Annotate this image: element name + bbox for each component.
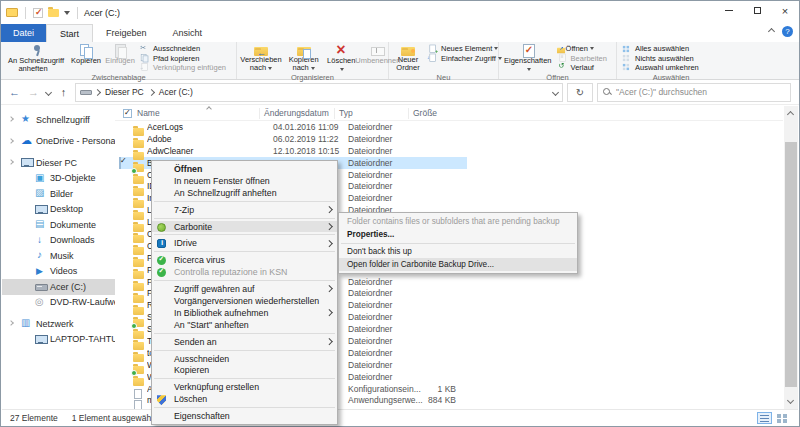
context-menu-item[interactable]: Zugriff gewähren auf <box>152 283 337 295</box>
ribbon-button[interactable]: Löschen <box>324 43 358 72</box>
context-menu-item[interactable]: Kopieren <box>152 364 337 376</box>
sidebar-item[interactable]: Netzwerk <box>2 316 115 332</box>
sidebar-item[interactable]: Dokumente <box>2 217 115 233</box>
column-header-name[interactable]: Name <box>133 108 259 119</box>
maximize-button[interactable] <box>743 1 771 20</box>
collapse-ribbon-icon[interactable] <box>768 28 775 35</box>
scroll-down-icon[interactable] <box>787 397 794 404</box>
file-row[interactable]: AcerLogs 04.01.2016 11:09 Dateiordner <box>119 121 467 133</box>
sidebar-item[interactable]: Musik <box>2 248 115 264</box>
tab-ansicht[interactable]: Ansicht <box>160 24 216 42</box>
sidebar-item[interactable]: Downloads <box>2 233 115 249</box>
tab-datei[interactable]: Datei <box>1 24 46 42</box>
sidebar-item[interactable]: OneDrive - Personal <box>2 134 115 150</box>
expander-chevron-icon[interactable] <box>8 138 14 144</box>
context-menu-item[interactable]: In Bibliothek aufnehmen <box>152 307 337 319</box>
submenu-item[interactable]: Properties... <box>339 228 577 241</box>
ribbon-button[interactable]: Einfügen <box>103 43 137 72</box>
ribbon-button[interactable]: Verschieben nach <box>239 43 283 72</box>
submenu-item[interactable]: Folder contains files or subfolders that… <box>339 215 577 228</box>
ribbon-button[interactable]: Kopieren <box>69 43 103 72</box>
submenu-item[interactable]: Open folder in Carbonite Backup Drive... <box>339 258 577 271</box>
sidebar-item[interactable]: Schnellzugriff <box>2 112 115 128</box>
submenu-item[interactable]: Don't back this up <box>339 246 577 259</box>
context-menu-item[interactable]: Eigenschaften <box>152 410 337 422</box>
refresh-button[interactable]: ↻ <box>567 83 593 102</box>
ribbon-button[interactable]: Ausschneiden <box>137 44 234 53</box>
context-menu-item[interactable]: An Schnellzugriff anheften <box>152 187 337 199</box>
breadcrumb-segment[interactable]: Dieser PC <box>103 87 146 97</box>
details-view-icon[interactable] <box>757 412 772 424</box>
context-menu-item[interactable]: Vorgängerversionen wiederherstellen <box>152 295 337 307</box>
context-menu-item[interactable]: 7-Zip <box>152 204 337 216</box>
ribbon-button[interactable]: Eigenschaften <box>501 43 555 72</box>
ribbon-button[interactable]: Nichts auswählen <box>619 53 707 62</box>
breadcrumb-segment[interactable]: Acer (C:) <box>157 87 195 97</box>
ribbon-button[interactable]: Verknüpfung einfügen <box>137 63 234 72</box>
ribbon-button[interactable]: Neuer Ordner <box>391 43 425 72</box>
forward-arrow-icon[interactable]: → <box>26 86 41 98</box>
breadcrumb[interactable]: Dieser PC Acer (C:) <box>75 83 563 102</box>
select-all-checkbox[interactable] <box>119 108 133 119</box>
column-header-size[interactable]: Größe <box>408 108 442 119</box>
close-button[interactable]: × <box>771 1 799 20</box>
ribbon-button[interactable]: Einfacher Zugriff <box>425 53 504 62</box>
context-menu-item[interactable]: Verknüpfung erstellen <box>152 381 337 393</box>
context-menu-item[interactable]: Löschen <box>152 393 337 405</box>
search-input[interactable] <box>616 87 785 97</box>
sidebar-item[interactable]: Dieser PC <box>2 155 115 171</box>
refresh-icon: ↻ <box>576 87 584 98</box>
history-dropdown-icon[interactable] <box>45 88 52 95</box>
context-menu-item[interactable]: An "Start" anheften <box>152 319 337 331</box>
folder-icon[interactable] <box>48 9 59 17</box>
expander-chevron-icon[interactable] <box>8 320 14 326</box>
checkmark-icon[interactable] <box>33 8 43 18</box>
context-menu-item[interactable]: Öffnen <box>152 163 337 175</box>
sidebar-item[interactable]: Acer (C:) <box>2 279 115 295</box>
back-arrow-icon[interactable]: ← <box>7 86 22 98</box>
column-header-date[interactable]: Änderungsdatum <box>259 108 334 119</box>
minimize-button[interactable] <box>715 1 743 20</box>
context-menu-item[interactable]: In neuem Fenster öffnen <box>152 175 337 187</box>
context-menu-item[interactable]: Ausschneiden <box>152 353 337 365</box>
sidebar-item[interactable]: LAPTOP-TAHTU3OE <box>2 332 115 348</box>
context-menu-item[interactable]: Carbonite <box>152 221 337 233</box>
column-header-type[interactable]: Typ <box>334 108 408 119</box>
context-menu-item[interactable]: IDrive <box>152 237 337 249</box>
column-headers: Name Änderungsdatum Typ Größe <box>115 106 783 121</box>
file-row[interactable]: AdwCleaner 12.10.2018 10:15 Dateiordner <box>119 145 467 157</box>
vertical-scrollbar[interactable] <box>784 106 798 409</box>
sidebar-item[interactable]: Videos <box>2 264 115 280</box>
context-menu-item[interactable]: Ricerca virus <box>152 254 337 266</box>
scroll-up-icon[interactable] <box>787 111 794 118</box>
help-button[interactable]: ? <box>782 26 793 37</box>
ribbon-icon <box>427 54 438 63</box>
sidebar-item[interactable]: DVD-RW-Laufwerk ( <box>2 295 115 311</box>
row-checkbox[interactable] <box>119 157 121 169</box>
ribbon-button[interactable]: Verlauf <box>555 63 615 72</box>
customize-dropdown-icon[interactable] <box>64 11 70 15</box>
tab-start[interactable]: Start <box>46 24 93 42</box>
ribbon-button[interactable]: Alles auswählen <box>619 44 707 53</box>
menu-item-label: Properties... <box>347 230 394 239</box>
sidebar-item[interactable]: Desktop <box>2 202 115 218</box>
ribbon-button[interactable]: Öffnen <box>555 44 615 53</box>
sidebar-item[interactable]: Bilder <box>2 186 115 202</box>
ribbon-button[interactable]: An Schnellzugriff anheften <box>3 43 69 72</box>
sidebar-item[interactable]: 3D-Objekte <box>2 171 115 187</box>
up-arrow-icon[interactable]: ↑ <box>56 86 71 98</box>
context-menu-item[interactable]: Controlla reputazione in KSN <box>152 266 337 278</box>
expander-chevron-icon[interactable] <box>8 116 14 122</box>
context-menu-item[interactable]: Senden an <box>152 336 337 348</box>
large-icons-view-icon[interactable] <box>775 412 790 424</box>
ribbon-button[interactable]: Pfad kopieren <box>137 53 234 62</box>
sidebar-item-label: Acer (C:) <box>50 282 86 292</box>
file-row[interactable]: Adobe 06.02.2019 11:22 Dateiordner <box>119 133 467 145</box>
scrollbar-thumb[interactable] <box>785 142 797 387</box>
address-dropdown-icon[interactable] <box>552 88 559 95</box>
expander-chevron-icon[interactable] <box>8 159 14 165</box>
ribbon-button[interactable]: Auswahl umkehren <box>619 63 707 72</box>
tab-freigeben[interactable]: Freigeben <box>93 24 160 42</box>
ribbon-button[interactable]: Kopieren nach <box>283 43 324 72</box>
ribbon-button[interactable]: Neues Element <box>425 44 504 53</box>
